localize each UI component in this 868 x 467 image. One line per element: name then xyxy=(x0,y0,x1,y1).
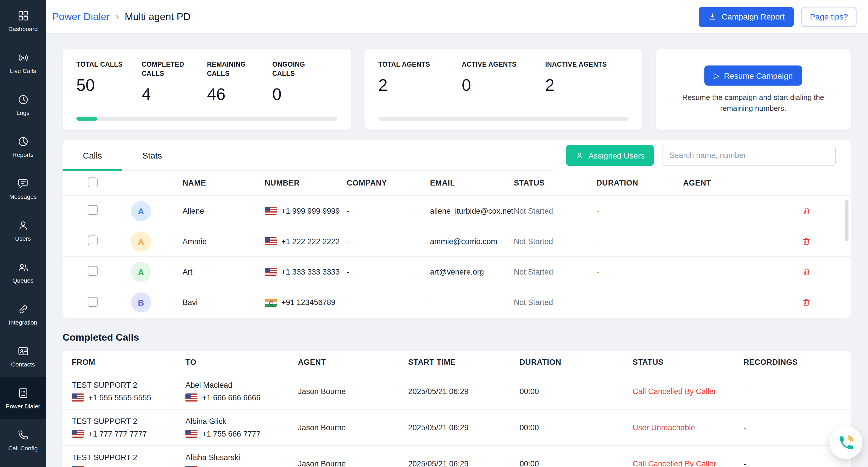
row-checkbox[interactable] xyxy=(88,235,98,245)
user-icon xyxy=(575,151,584,160)
call-duration: - xyxy=(596,206,683,215)
logs-icon xyxy=(17,94,29,106)
calls-progress-bar xyxy=(76,117,338,121)
column-header-number: NUMBER xyxy=(265,179,347,187)
to-name: Albina Glick xyxy=(185,417,298,425)
from-number: +1 777 777 7777 xyxy=(72,429,185,438)
us-flag-icon xyxy=(72,466,84,467)
contact-email: ammie@corrio.com xyxy=(430,237,514,245)
sidebar-item-messages[interactable]: Messages xyxy=(0,168,46,210)
stat-label: ACTIVE AGENTS xyxy=(462,60,546,69)
sidebar-item-hash[interactable] xyxy=(0,461,46,467)
tab-calls[interactable]: Calls xyxy=(63,140,122,170)
stat-value: 2 xyxy=(378,76,462,95)
call-duration: - xyxy=(596,298,683,307)
from-name: TEST SUPPORT 2 xyxy=(72,381,185,389)
sidebar-item-label: Logs xyxy=(15,109,31,116)
completed-column-header-duration: DURATION xyxy=(520,357,632,366)
completed-agent: Jason Bourne xyxy=(298,423,408,432)
column-header-email: EMAIL xyxy=(430,179,514,187)
sidebar-item-call-config[interactable]: Call Config xyxy=(0,419,46,461)
page-tips-button[interactable]: Page tips? xyxy=(801,7,857,27)
from-cell: TEST SUPPORT 2+1 777 777 7777 xyxy=(63,410,185,444)
sidebar-item-reports[interactable]: Reports xyxy=(0,126,46,168)
reports-icon xyxy=(17,136,29,148)
sidebar-item-live-calls[interactable]: Live Calls xyxy=(0,42,46,84)
header-actions: Campaign Report Page tips? xyxy=(699,7,857,27)
column-header-company: COMPANY xyxy=(347,179,430,187)
completed-agent: Jason Bourne xyxy=(298,387,408,396)
contact-name: Ammie xyxy=(183,237,265,245)
call-row: AArt+1 333 333 3333-art@venere.orgNot St… xyxy=(63,257,851,287)
sidebar-item-contacts[interactable]: Contacts xyxy=(0,335,46,377)
completed-call-row: TEST SUPPORT 2+1 888 888 8888Alisha Slus… xyxy=(63,445,851,467)
stat-value: 50 xyxy=(76,76,142,95)
calls-table-scrollbar[interactable] xyxy=(845,200,848,241)
completed-start-time: 2025/05/21 06:29 xyxy=(408,459,520,467)
sidebar-item-users[interactable]: Users xyxy=(0,210,46,252)
to-cell: Abel Maclead+1 666 666 6666 xyxy=(185,374,298,408)
tabs: CallsStats xyxy=(63,140,555,171)
sidebar-item-queues[interactable]: Queues xyxy=(0,252,46,294)
to-number: +1 666 666 6666 xyxy=(185,393,298,402)
support-widget-button[interactable] xyxy=(830,426,862,459)
delete-contact-button[interactable] xyxy=(799,234,813,249)
us-flag-icon xyxy=(72,430,84,438)
resume-campaign-description: Resume the campaign and start dialing th… xyxy=(675,93,831,114)
column-header-agent: AGENT xyxy=(683,179,799,187)
sidebar-item-logs[interactable]: Logs xyxy=(0,84,46,126)
call-duration: - xyxy=(596,237,683,245)
delete-contact-button[interactable] xyxy=(799,295,813,310)
sidebar-item-integration[interactable]: Integration xyxy=(0,294,46,335)
stat-label: TOTAL CALLS xyxy=(76,60,127,69)
resume-campaign-label: Resume Campaign xyxy=(724,71,793,80)
main-content: TOTAL CALLS50COMPLETED CALLS4REMAINING C… xyxy=(46,34,868,467)
to-name: Alisha Slusarski xyxy=(185,453,298,462)
contact-company: - xyxy=(347,206,430,215)
completed-call-row: TEST SUPPORT 2+1 555 5555 5555Abel Macle… xyxy=(63,373,851,409)
agents-summary-card: TOTAL AGENTS2ACTIVE AGENTS0INACTIVE AGEN… xyxy=(364,49,643,130)
row-checkbox[interactable] xyxy=(88,205,98,215)
call-status: Not Started xyxy=(514,298,596,307)
select-all-checkbox[interactable] xyxy=(88,177,98,187)
delete-contact-button[interactable] xyxy=(799,264,813,279)
contact-company: - xyxy=(347,298,430,307)
contact-email: art@venere.org xyxy=(430,267,514,276)
search-input[interactable] xyxy=(662,145,836,166)
assigned-users-button[interactable]: Assigned Users xyxy=(566,145,654,166)
completed-recordings: - xyxy=(743,459,851,467)
breadcrumb-parent-link[interactable]: Power Dialer xyxy=(52,11,110,23)
sidebar-item-label: Power Dialer xyxy=(5,403,41,410)
contact-name: Allene xyxy=(183,206,265,215)
stat-label: ONGOING CALLS xyxy=(272,60,323,78)
from-name: TEST SUPPORT 2 xyxy=(72,417,185,425)
call-status: Not Started xyxy=(514,267,596,276)
column-header-name: NAME xyxy=(183,179,265,187)
delete-contact-button[interactable] xyxy=(799,204,813,218)
completed-column-header-start-time: START TIME xyxy=(408,357,520,366)
row-checkbox[interactable] xyxy=(88,266,98,276)
us-flag-icon xyxy=(185,466,197,467)
completed-duration: 00:00 xyxy=(520,423,632,432)
stat-ongoing-calls: ONGOING CALLS0 xyxy=(272,60,338,117)
contact-email: - xyxy=(430,298,514,307)
campaign-report-button[interactable]: Campaign Report xyxy=(699,7,794,27)
column-header-duration: DURATION xyxy=(596,179,683,187)
breadcrumb: Power Dialer › Multi agent PD xyxy=(52,11,191,23)
dashboard-icon xyxy=(17,10,29,22)
sidebar-item-power-dialer[interactable]: Power Dialer xyxy=(0,377,46,419)
contact-email: allene_iturbide@cox.net xyxy=(430,206,514,215)
completed-calls-panel: FROMTOAGENTSTART TIMEDURATIONSTATUSRECOR… xyxy=(62,350,851,467)
tab-stats[interactable]: Stats xyxy=(122,140,182,170)
sidebar: DashboardLive CallsLogsReportsMessagesUs… xyxy=(0,0,46,467)
row-checkbox[interactable] xyxy=(88,297,98,307)
resume-campaign-button[interactable]: ▷ Resume Campaign xyxy=(704,66,802,86)
call-row: BBavi+91 123456789--Not Started- xyxy=(63,287,851,318)
sidebar-item-dashboard[interactable]: Dashboard xyxy=(0,0,46,42)
queues-icon xyxy=(17,261,29,273)
contact-number: +91 123456789 xyxy=(265,298,347,307)
stat-completed-calls: COMPLETED CALLS4 xyxy=(142,60,207,117)
stat-total-calls: TOTAL CALLS50 xyxy=(76,60,142,117)
contact-company: - xyxy=(347,267,430,276)
contact-name: Bavi xyxy=(183,298,265,307)
